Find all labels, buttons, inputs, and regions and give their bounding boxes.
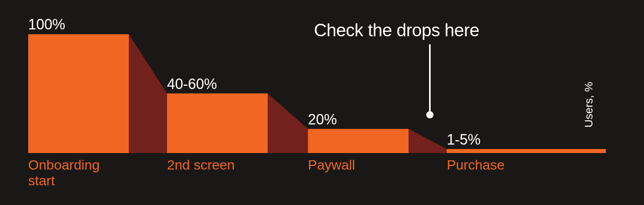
svg-marker-1 xyxy=(268,93,308,153)
value-label-3: 1-5% xyxy=(447,131,481,148)
category-label-0: Onboardingstart xyxy=(28,157,100,188)
category-label-2: Paywall xyxy=(308,157,355,173)
annotation-pointer-line xyxy=(429,44,431,113)
value-label-1: 40-60% xyxy=(167,76,217,93)
bar-3 xyxy=(447,149,606,153)
y-axis-label: Users, % xyxy=(582,82,595,128)
connector-0-1 xyxy=(129,34,167,153)
value-label-2: 20% xyxy=(308,111,337,128)
svg-marker-2 xyxy=(409,129,447,153)
category-label-1: 2nd screen xyxy=(167,157,235,173)
annotation-pointer-dot xyxy=(426,111,433,118)
connector-1-2 xyxy=(268,93,308,153)
category-label-3: Purchase xyxy=(447,157,505,173)
bar-0 xyxy=(28,34,129,153)
bar-2 xyxy=(308,129,409,153)
funnel-chart: 100% 40-60% 20% 1-5% Check the drops her… xyxy=(28,16,608,193)
bar-1 xyxy=(167,93,268,153)
connector-2-3 xyxy=(409,129,447,153)
svg-marker-0 xyxy=(129,34,167,153)
annotation-text: Check the drops here xyxy=(314,20,523,40)
value-label-0: 100% xyxy=(28,16,65,33)
annotation-callout: Check the drops here xyxy=(314,20,523,40)
chart-plot-area: 100% 40-60% 20% 1-5% Check the drops her… xyxy=(28,16,608,153)
